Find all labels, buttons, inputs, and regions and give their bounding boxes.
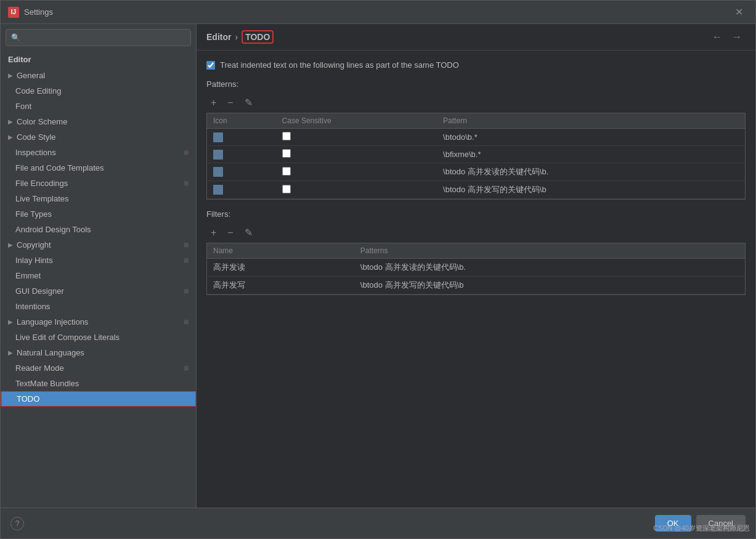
filters-label: Filters:: [206, 209, 746, 219]
case-sensitive-checkbox[interactable]: [282, 132, 291, 140]
sidebar-item-color-scheme[interactable]: ▶ Color Scheme: [1, 114, 196, 129]
settings-window: IJ Settings ✕ 🔍 Editor ▶ General Code Ed…: [0, 0, 756, 539]
breadcrumb-parent: Editor: [206, 32, 231, 42]
main-panel: Editor › TODO ← → Treat indented text on…: [197, 24, 755, 508]
same-todo-checkbox[interactable]: [206, 61, 215, 70]
checkbox-row: Treat indented text on the following lin…: [206, 60, 746, 70]
sidebar-item-code-editing[interactable]: Code Editing: [1, 83, 196, 99]
patterns-add-button[interactable]: +: [206, 95, 221, 110]
breadcrumb-current: TODO: [242, 30, 274, 44]
sidebar-item-inlay-hints[interactable]: Inlay Hints ⊞: [1, 253, 196, 268]
filters-remove-button[interactable]: −: [223, 225, 237, 240]
sidebar-item-todo[interactable]: TODO: [1, 391, 196, 407]
title-bar: IJ Settings ✕: [1, 1, 755, 24]
breadcrumb: Editor › TODO: [206, 30, 274, 44]
arrow-icon: ▶: [8, 118, 13, 125]
sidebar-item-inspections[interactable]: Inspections ⊞: [1, 145, 196, 160]
sidebar-item-code-style[interactable]: ▶ Code Style: [1, 129, 196, 145]
sidebar-item-label: Code Editing: [15, 86, 61, 95]
sidebar-item-label: TextMate Bundles: [15, 379, 79, 388]
table-row[interactable]: \btodo 高并发读的关键代码\b.: [207, 163, 745, 181]
sidebar-item-label: File and Code Templates: [15, 163, 104, 172]
sidebar-editor-header: Editor: [1, 51, 196, 68]
cell-icon: [207, 146, 276, 163]
search-box[interactable]: 🔍: [6, 29, 191, 46]
filters-edit-button[interactable]: ✎: [240, 225, 257, 240]
sidebar-item-label: General: [17, 71, 45, 80]
search-input[interactable]: [23, 33, 185, 43]
sidebar-item-label: File Encodings: [15, 179, 68, 188]
ext-icon: ⊞: [184, 180, 189, 187]
sidebar-item-file-types[interactable]: File Types: [1, 206, 196, 222]
sidebar-item-label: TODO: [17, 394, 39, 403]
ext-icon: ⊞: [184, 288, 189, 294]
sidebar-item-android-design-tools[interactable]: Android Design Tools: [1, 222, 196, 237]
cell-pattern: \bfixme\b.*: [437, 146, 745, 163]
filters-section: Filters: + − ✎ Name Patterns: [206, 209, 746, 295]
sidebar-item-live-edit-compose[interactable]: Live Edit of Compose Literals: [1, 330, 196, 345]
ext-icon: ⊞: [184, 365, 189, 371]
patterns-remove-button[interactable]: −: [223, 95, 237, 110]
arrow-icon: ▶: [8, 318, 13, 325]
row-icon: [213, 167, 223, 177]
sidebar-item-reader-mode[interactable]: Reader Mode ⊞: [1, 360, 196, 376]
sidebar-item-emmet[interactable]: Emmet: [1, 268, 196, 283]
filters-table: Name Patterns 高并发读 \btodo 高并发读的关键代码\b.: [207, 243, 745, 294]
sidebar-item-general[interactable]: ▶ General: [1, 68, 196, 83]
nav-back-button[interactable]: ←: [709, 30, 726, 44]
table-row[interactable]: \btodo\b.*: [207, 129, 745, 146]
cell-pattern: \btodo 高并发读的关键代码\b.: [437, 163, 745, 181]
close-button[interactable]: ✕: [730, 4, 748, 20]
sidebar-item-copyright[interactable]: ▶ Copyright ⊞: [1, 237, 196, 253]
help-button[interactable]: ?: [10, 517, 24, 530]
nav-arrows: ← →: [709, 30, 746, 44]
content-area: 🔍 Editor ▶ General Code Editing Font ▶: [1, 24, 755, 508]
row-icon: [213, 132, 223, 142]
cell-case: [276, 146, 437, 163]
col-pattern: Pattern: [437, 113, 745, 129]
cell-patterns: \btodo 高并发读的关键代码\b.: [354, 259, 745, 277]
nav-forward-button[interactable]: →: [728, 30, 746, 44]
watermark: CSDN @40岁资深老架构师尼恩: [653, 524, 750, 533]
patterns-table-container: Icon Case Sensitive Pattern \btodo\b.*: [206, 113, 746, 200]
main-header: Editor › TODO ← →: [197, 24, 755, 51]
row-icon: [213, 150, 223, 160]
sidebar-item-natural-languages[interactable]: ▶ Natural Languages: [1, 345, 196, 360]
window-title: Settings: [24, 7, 53, 17]
sidebar-item-textmate-bundles[interactable]: TextMate Bundles: [1, 376, 196, 391]
case-sensitive-checkbox[interactable]: [282, 185, 291, 193]
sidebar-item-intentions[interactable]: Intentions: [1, 299, 196, 314]
table-row[interactable]: \bfixme\b.*: [207, 146, 745, 163]
ext-icon: ⊞: [184, 241, 189, 248]
arrow-icon: ▶: [8, 134, 13, 140]
case-sensitive-checkbox[interactable]: [282, 149, 291, 158]
sidebar-item-label: Inspections: [15, 148, 56, 157]
sidebar-item-file-code-templates[interactable]: File and Code Templates: [1, 160, 196, 176]
sidebar-item-file-encodings[interactable]: File Encodings ⊞: [1, 176, 196, 191]
sidebar-item-label: Reader Mode: [15, 363, 64, 373]
patterns-table: Icon Case Sensitive Pattern \btodo\b.*: [207, 113, 745, 199]
cell-pattern: \btodo 高并发写的关键代码\b: [437, 181, 745, 199]
app-icon: IJ: [8, 7, 19, 18]
sidebar-item-font[interactable]: Font: [1, 99, 196, 114]
patterns-label: Patterns:: [206, 79, 746, 89]
table-row[interactable]: \btodo 高并发写的关键代码\b: [207, 181, 745, 199]
table-row[interactable]: 高并发写 \btodo 高并发写的关键代码\b: [207, 277, 745, 294]
arrow-icon: ▶: [8, 349, 13, 356]
breadcrumb-separator: ›: [235, 32, 238, 42]
cell-icon: [207, 181, 276, 199]
filters-add-button[interactable]: +: [206, 225, 221, 240]
cell-icon: [207, 163, 276, 181]
patterns-edit-button[interactable]: ✎: [240, 95, 257, 110]
sidebar-item-live-templates[interactable]: Live Templates: [1, 191, 196, 206]
sidebar-item-language-injections[interactable]: ▶ Language Injections ⊞: [1, 314, 196, 330]
col-patterns: Patterns: [354, 243, 745, 259]
col-name: Name: [207, 243, 354, 259]
case-sensitive-checkbox[interactable]: [282, 167, 291, 176]
sidebar-item-label: File Types: [15, 209, 52, 219]
sidebar-item-label: GUI Designer: [15, 286, 64, 296]
sidebar-item-label: Font: [15, 102, 31, 111]
table-row[interactable]: 高并发读 \btodo 高并发读的关键代码\b.: [207, 259, 745, 277]
col-case-sensitive: Case Sensitive: [276, 113, 437, 129]
sidebar-item-gui-designer[interactable]: GUI Designer ⊞: [1, 283, 196, 299]
